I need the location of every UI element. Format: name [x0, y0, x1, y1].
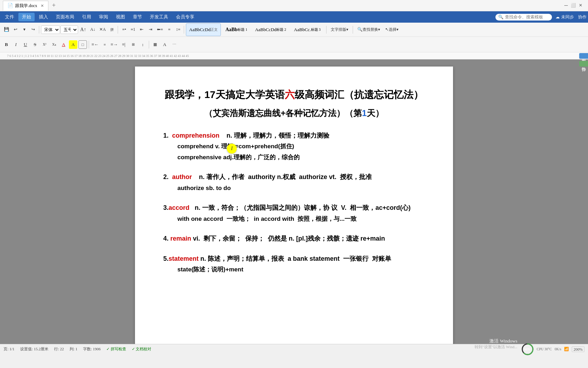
align-justify-btn[interactable]: ≡| [119, 40, 128, 49]
save-btn[interactable]: 💾 [2, 25, 11, 34]
word-count: 字数: 1906 [83, 346, 101, 352]
more-options-btn[interactable]: ⋯ [170, 40, 178, 49]
line-spacing-btn[interactable]: ↕ [139, 40, 147, 49]
redo-btn[interactable]: ↪ [29, 25, 37, 34]
network-traffic: 0K/s [554, 347, 561, 351]
menu-page-layout[interactable]: 页面布局 [52, 12, 78, 22]
numbered-list-btn[interactable]: ≡1 [129, 25, 137, 34]
style-heading1[interactable]: AaBb 标题 1 [222, 23, 251, 36]
zoom-level[interactable]: 200% [572, 346, 584, 352]
align-left-btn2[interactable]: ≡← [91, 40, 99, 49]
status-right: 62% CPU 30°C 0K/s 📶 200% [521, 343, 584, 356]
doc-check[interactable]: ✓ 文档校对 [132, 346, 152, 352]
find-replace-btn[interactable]: 🔍 查找替换▾ [355, 25, 382, 34]
clear-format[interactable]: ✕A [98, 25, 108, 34]
search-icon: 🔍 [498, 15, 504, 20]
menu-insert[interactable]: 插入 [35, 12, 52, 22]
progress-value: 62% [524, 347, 531, 351]
style-heading2[interactable]: AaBbCcDd 标题 2 [252, 23, 289, 36]
vocab-item-5-sub1: state(陈述；说明)+ment [163, 264, 425, 275]
list-group: ≡• ≡1 ⇤ ⇥ ⬅≡ ≡ ↕≡ [120, 25, 185, 34]
spacing-btn[interactable]: ↕≡ [174, 25, 182, 34]
underline-button[interactable]: U [21, 40, 30, 49]
doc-title: 跟我学，17天搞定大学英语六级高频词汇（抗遗忘记忆法） [163, 88, 425, 102]
vocab-word-4: remain [170, 235, 191, 242]
undo-btn[interactable]: ↩ [11, 25, 20, 34]
vocab-item-5: 5.statement n. 陈述，声明；结算单，报表 a bank state… [163, 253, 425, 275]
right-sidebar: 未同步 协作 [579, 53, 588, 67]
menu-start[interactable]: 开始 [18, 13, 35, 21]
menu-view[interactable]: 视图 [112, 12, 129, 22]
align-center-btn2[interactable]: ≡ [100, 40, 109, 49]
spell-check[interactable]: ✓ 拼写检查 [106, 346, 126, 352]
sidebar-tab-collab[interactable]: 协作 [579, 61, 588, 67]
vocab-item-5-main: 5.statement n. 陈述，声明；结算单，报表 a bank state… [163, 253, 425, 264]
subscript-button[interactable]: X₂ [50, 40, 58, 49]
style-normal-name: 正文 [211, 27, 218, 32]
menu-reference[interactable]: 引用 [78, 12, 95, 22]
menu-review[interactable]: 审阅 [95, 12, 112, 22]
menu-search-box[interactable]: 🔍 [495, 14, 552, 21]
style-h3-name: 标题 3 [311, 27, 321, 32]
vocab-item-2-main: 2. author n. 著作人，作者 authority n.权威 autho… [163, 171, 425, 183]
font-size-down[interactable]: A↓ [88, 25, 97, 34]
style-h3-label: AaBbCc. [294, 27, 311, 33]
document-page: I 跟我学，17天搞定大学英语六级高频词汇（抗遗忘记忆法） （艾宾浩斯遗忘曲线+… [135, 67, 453, 344]
indent-increase-btn[interactable]: ⇥ [146, 25, 155, 34]
style-h1-name: 标题 1 [237, 27, 247, 32]
bullet-list-btn[interactable]: ≡• [120, 25, 128, 34]
window-close-button[interactable]: ✕ [579, 3, 582, 8]
table-shading-btn[interactable]: ▦ [151, 40, 159, 49]
bold-button[interactable]: B [2, 40, 11, 49]
font-name-select[interactable]: 宋体 [41, 25, 60, 34]
sync-area: ☁ 未同步 协作 [555, 14, 587, 20]
vocab-item-2: 2. author n. 著作人，作者 authority n.权威 autho… [163, 171, 425, 194]
page-info: 页: 1/1 [4, 346, 14, 352]
network-icon: 📶 [564, 347, 569, 351]
vocab-word-5: statement [169, 255, 199, 262]
menu-bar: 文件 开始 插入 页面布局 引用 审阅 视图 章节 开发工具 会员专享 🔍 ☁ … [0, 11, 588, 23]
font-size-up[interactable]: A↑ [78, 25, 88, 34]
menu-search-input[interactable] [505, 15, 547, 19]
undo-dropdown[interactable]: ▾ [20, 25, 29, 34]
superscript-button[interactable]: X² [40, 40, 49, 49]
pinyin-btn[interactable]: 拼 [108, 25, 116, 34]
doc-tab[interactable]: 📄 跟我学.docx ✕ [3, 1, 48, 11]
strikethrough-button[interactable]: S [31, 40, 39, 49]
font-color-button[interactable]: A [59, 40, 68, 49]
doc-tab-icon: 📄 [7, 3, 13, 8]
style-heading3[interactable]: AaBbCc. 标题 3 [291, 23, 324, 36]
menu-vip[interactable]: 会员专享 [172, 12, 198, 22]
window-maximize-button[interactable]: ⬜ [571, 3, 576, 8]
align-center-btn[interactable]: ≡ [165, 25, 174, 34]
distribute-btn[interactable]: ⊞ [129, 40, 137, 49]
align-left-btn[interactable]: ⬅≡ [155, 25, 165, 34]
style-h2-name: 标题 2 [276, 27, 286, 32]
cursor-symbol: I [231, 146, 233, 151]
title-bar: 📄 跟我学.docx ✕ + ─ ⬜ ✕ [0, 0, 588, 11]
menu-file[interactable]: 文件 [1, 12, 18, 22]
indent-decrease-btn[interactable]: ⇤ [137, 25, 146, 34]
textbox-button[interactable]: □ [78, 40, 87, 49]
select-label: 选择▾ [389, 27, 399, 32]
highlight-button[interactable]: A [69, 40, 77, 49]
menu-chapter[interactable]: 章节 [129, 12, 146, 22]
align-right-btn2[interactable]: ≡→ [110, 40, 118, 49]
font-size-select[interactable]: 五号 [60, 25, 78, 34]
sync-icon: ☁ [555, 15, 560, 20]
cpu-progress: 62% [521, 343, 534, 356]
text-format-btn[interactable]: 文字排版▾ [329, 25, 350, 34]
menu-dev-tools[interactable]: 开发工具 [146, 12, 172, 22]
vocab-item-4-main: 4. remain vi. 剩下，余留； 保持； 仍然是 n. [pl.]残余；… [163, 233, 425, 244]
font-color-btn2[interactable]: A [160, 40, 169, 49]
tab-close-icon[interactable]: ✕ [41, 4, 44, 8]
italic-button[interactable]: I [12, 40, 20, 49]
sidebar-tab-sync[interactable]: 未同步 [579, 53, 588, 59]
window-minimize-button[interactable]: ─ [564, 3, 568, 8]
new-tab-button[interactable]: + [50, 2, 58, 9]
style-normal[interactable]: AaBbCcDd 正文 [186, 23, 221, 36]
vocab-item-1: 1. comprehension n. 理解，理解力，领悟；理解力测验 comp… [163, 130, 425, 163]
doc-scroll-area[interactable]: I 跟我学，17天搞定大学英语六级高频词汇（抗遗忘记忆法） （艾宾浩斯遗忘曲线+… [0, 59, 588, 344]
doc-tab-name: 跟我学.docx [15, 3, 37, 9]
select-btn[interactable]: ↖ 选择▾ [383, 25, 400, 34]
